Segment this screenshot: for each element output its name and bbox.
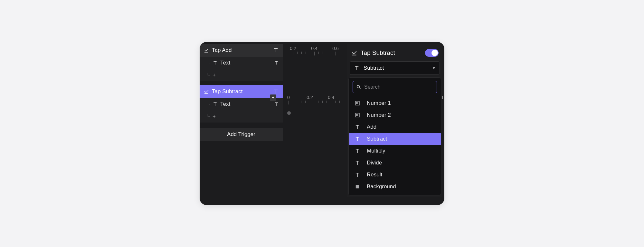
keyframe-dot[interactable] (287, 111, 291, 115)
svg-point-17 (357, 85, 360, 88)
tree-branch-icon: └- (204, 73, 213, 77)
enabled-toggle[interactable] (425, 49, 439, 57)
menu-item-label: Result (367, 172, 382, 178)
ruler-tick-label: 0 (287, 95, 290, 100)
inspector-panel: Tap Subtract Subtract ▼ (347, 44, 442, 197)
text-type-icon (355, 136, 362, 142)
menu-item-label: Number 2 (367, 112, 391, 118)
text-type-icon (213, 102, 218, 107)
inspector-header: Tap Subtract (347, 44, 442, 61)
add-trigger-button[interactable]: Add Trigger (200, 128, 283, 141)
menu-item-label: Divide (367, 160, 382, 166)
ruler-tick-label: 0.2 (307, 95, 313, 100)
menu-item-divide[interactable]: Divide (349, 157, 441, 169)
tap-icon (204, 89, 209, 94)
ruler-tick-label: 0.2 (290, 46, 296, 51)
svg-line-18 (359, 88, 361, 89)
tree-branch-icon: ┆- (204, 102, 213, 106)
text-type-icon (355, 148, 362, 154)
menu-item-label: Number 1 (367, 100, 391, 106)
child-label: Text (220, 101, 274, 107)
plus-icon: + (213, 72, 216, 78)
layer-select-dropdown[interactable]: Subtract ▼ (350, 61, 440, 75)
plus-icon: + (213, 113, 216, 120)
tree-branch-icon: └- (204, 114, 213, 119)
ruler-tick-label: 0.4 (311, 46, 317, 51)
ruler-tick-label: 0.4 (328, 95, 334, 100)
inspector-title: Tap Subtract (361, 49, 425, 56)
text-type-icon (355, 124, 362, 130)
trigger-sidebar: Tap Add ┆- Text (200, 42, 283, 205)
menu-item-add[interactable]: Add (349, 121, 441, 133)
trigger-child-text[interactable]: ┆- Text (200, 57, 283, 69)
app-window: Tap Add ┆- Text (200, 42, 444, 205)
frame-icon (355, 100, 362, 106)
square-icon (355, 184, 362, 190)
trigger-label: Tap Add (212, 47, 273, 54)
text-type-icon (274, 60, 279, 65)
search-input[interactable] (364, 84, 433, 90)
text-type-icon (213, 60, 218, 65)
menu-item-number-2[interactable]: Number 2 (349, 109, 441, 121)
menu-item-label: Multiply (367, 148, 385, 154)
tap-icon (204, 47, 209, 53)
child-label: Text (220, 60, 274, 66)
search-field-wrapper[interactable] (353, 81, 437, 93)
trigger-group-tap-add: Tap Add ┆- Text (200, 44, 283, 81)
menu-item-subtract[interactable]: Subtract (349, 133, 441, 145)
trigger-group-tap-subtract: Tap Subtract + ┆- Text (200, 85, 283, 123)
toggle-knob (431, 50, 438, 56)
trigger-header-tap-add[interactable]: Tap Add (200, 44, 283, 57)
text-type-icon (273, 47, 279, 53)
trigger-add-animation[interactable]: └- + (200, 110, 283, 123)
search-icon (356, 84, 361, 90)
trigger-label: Tap Subtract (212, 88, 273, 95)
menu-item-multiply[interactable]: Multiply (349, 145, 441, 157)
tap-icon (351, 50, 357, 56)
layer-select-menu: Number 1 Number 2 Add S (348, 77, 441, 195)
text-type-icon (354, 65, 360, 71)
tree-branch-icon: ┆- (204, 61, 213, 65)
chevron-down-icon: ▼ (432, 66, 436, 70)
text-type-icon (274, 102, 279, 107)
dropdown-value: Subtract (364, 65, 432, 71)
svg-rect-22 (356, 114, 357, 116)
text-type-icon (355, 172, 362, 178)
trigger-add-animation[interactable]: └- + (200, 69, 283, 81)
svg-rect-33 (356, 185, 359, 188)
menu-item-label: Subtract (367, 136, 387, 142)
frame-icon (355, 112, 362, 118)
svg-rect-20 (356, 102, 357, 104)
trigger-header-tap-subtract[interactable]: Tap Subtract + (200, 85, 283, 98)
text-type-icon (273, 89, 279, 94)
text-type-icon (355, 160, 362, 166)
menu-item-background[interactable]: Background (349, 181, 441, 193)
menu-item-label: Add (367, 124, 376, 130)
menu-item-number-1[interactable]: Number 1 (349, 97, 441, 109)
ruler-tick-label: 0.6 (332, 46, 338, 51)
add-icon[interactable]: + (270, 94, 276, 101)
menu-item-result[interactable]: Result (349, 169, 441, 181)
menu-item-label: Background (367, 183, 396, 190)
